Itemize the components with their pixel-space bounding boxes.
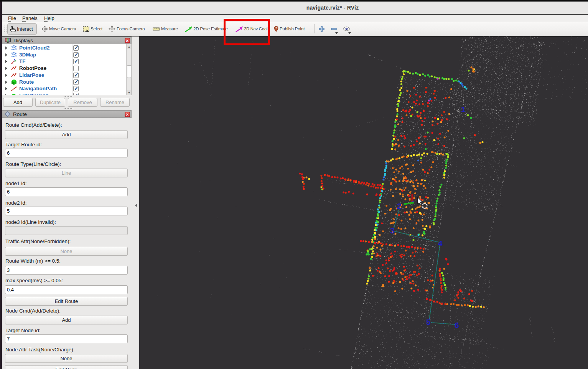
svg-text:3: 3 [390, 226, 395, 235]
svg-text:5: 5 [426, 318, 431, 326]
svg-text:6: 6 [455, 321, 459, 329]
svg-text:2: 2 [397, 202, 402, 210]
svg-text:4: 4 [438, 239, 443, 248]
svg-text:1: 1 [461, 105, 466, 114]
